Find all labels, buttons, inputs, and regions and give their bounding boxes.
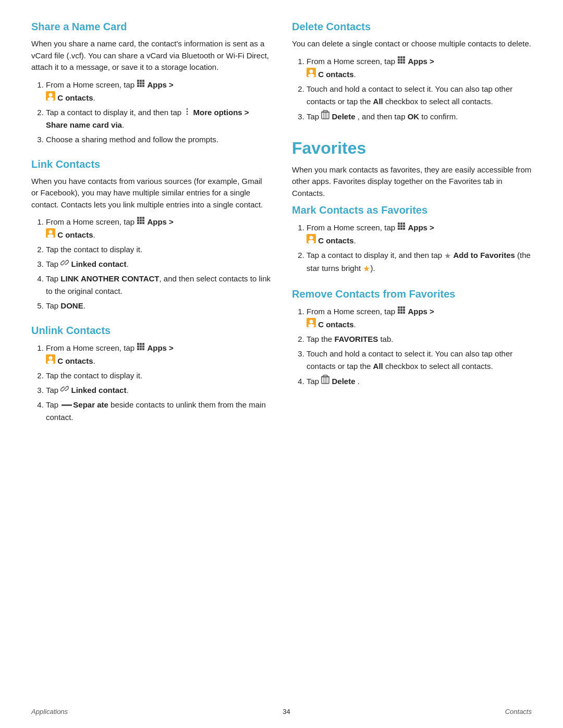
svg-line-27: [64, 262, 66, 264]
share-name-card-section: Share a Name Card When you share a name …: [31, 21, 271, 146]
svg-rect-46: [403, 59, 405, 61]
link-contacts-title: Link Contacts: [31, 158, 271, 170]
right-column: Delete Contacts You can delete a single …: [292, 21, 532, 436]
svg-rect-1: [140, 80, 142, 82]
list-item: Tap the contact to display it.: [46, 243, 271, 256]
svg-rect-61: [403, 223, 405, 225]
list-item: From a Home screen, tap: [46, 216, 271, 241]
svg-rect-78: [400, 312, 402, 314]
apps-icon: [137, 80, 147, 89]
link-contacts-section: Link Contacts When you have contacts fro…: [31, 158, 271, 313]
share-name-card-steps: From a Home screen, tap: [46, 79, 271, 146]
delete-icon: [321, 112, 332, 121]
svg-rect-0: [137, 80, 139, 82]
svg-rect-17: [142, 217, 144, 219]
svg-rect-28: [137, 343, 139, 345]
mark-favorites-steps: From a Home screen, tap: [307, 221, 532, 276]
apps-label: Apps >: [147, 80, 173, 89]
svg-rect-42: [400, 56, 402, 58]
svg-rect-73: [403, 306, 405, 309]
apps-label: Apps >: [408, 307, 434, 316]
remove-favorites-steps: From a Home screen, tap: [307, 305, 532, 388]
link-another-label: LINK ANOTHER CONTACT: [60, 274, 159, 283]
contacts-icon: [307, 320, 318, 329]
delete-label: Delete: [332, 112, 356, 121]
list-item: Tap Linked contact.: [46, 258, 271, 270]
minus-icon: [62, 404, 72, 406]
list-item: Tap the FAVORITES tab.: [307, 333, 532, 346]
svg-point-38: [49, 356, 53, 360]
svg-rect-49: [403, 61, 405, 64]
svg-rect-21: [137, 222, 139, 224]
linked-contact-label: Linked contact: [71, 386, 127, 394]
contacts-label: C ontacts: [318, 70, 353, 79]
svg-rect-45: [400, 59, 402, 61]
contacts-label: C ontacts: [57, 356, 93, 365]
remove-favorites-title: Remove Contacts from Favorites: [292, 288, 532, 300]
svg-rect-20: [142, 219, 144, 221]
more-options-icon: [183, 108, 193, 117]
svg-rect-3: [137, 82, 139, 84]
contacts-icon: [46, 230, 57, 239]
star-filled-icon: ★: [363, 264, 370, 273]
delete-contacts-title: Delete Contacts: [292, 21, 532, 33]
svg-rect-29: [140, 343, 142, 345]
apps-label: Apps >: [147, 217, 173, 226]
delete-icon: [321, 377, 332, 386]
svg-rect-43: [403, 56, 405, 58]
unlink-contacts-steps: From a Home screen, tap: [46, 342, 271, 424]
svg-rect-19: [140, 219, 142, 221]
svg-rect-47: [398, 61, 400, 64]
mark-favorites-title: Mark Contacts as Favorites: [292, 204, 532, 216]
svg-point-12: [187, 108, 188, 109]
list-item: Touch and hold a contact to select it. Y…: [307, 348, 532, 373]
svg-rect-35: [140, 348, 142, 350]
all-label: All: [373, 362, 383, 371]
apps-label: Apps >: [408, 57, 434, 66]
list-item: Tap Linked contact.: [46, 384, 271, 397]
svg-rect-41: [398, 56, 400, 58]
svg-rect-59: [398, 223, 400, 225]
apps-icon: [397, 307, 408, 316]
remove-favorites-section: Remove Contacts from Favorites From a Ho…: [292, 288, 532, 388]
separate-label: Separ ate: [73, 400, 108, 409]
svg-point-81: [310, 319, 313, 323]
share-name-card-intro: When you share a name card, the contact'…: [31, 38, 271, 73]
add-to-favorites-label: Add to Favorites: [454, 251, 515, 260]
svg-point-51: [310, 69, 313, 73]
delete-contacts-section: Delete Contacts You can delete a single …: [292, 21, 532, 123]
svg-point-14: [187, 113, 188, 115]
list-item: Tap DONE.: [46, 300, 271, 312]
list-item: From a Home screen, tap: [46, 342, 271, 367]
list-item: From a Home screen, tap: [307, 305, 532, 331]
svg-rect-16: [140, 217, 142, 219]
svg-rect-4: [140, 82, 142, 84]
svg-rect-60: [400, 223, 402, 225]
svg-rect-65: [398, 228, 400, 230]
favorites-intro: When you mark contacts as favorites, the…: [292, 164, 532, 200]
footer: Applications 34 Contacts: [0, 708, 563, 715]
list-item: Tap Delete , and then tap OK to confirm.: [307, 110, 532, 123]
ok-label: OK: [408, 112, 420, 121]
svg-line-40: [64, 388, 66, 390]
link-icon: [60, 260, 71, 268]
link-icon: [60, 386, 71, 394]
apps-label: Apps >: [147, 343, 173, 352]
svg-rect-77: [398, 312, 400, 314]
svg-rect-33: [142, 346, 144, 348]
svg-rect-72: [400, 306, 402, 309]
svg-rect-76: [403, 309, 405, 311]
favorites-title: Favorites: [292, 139, 532, 158]
favorites-tab-label: FAVORITES: [334, 335, 378, 343]
svg-rect-2: [142, 80, 144, 82]
svg-point-25: [49, 230, 53, 234]
apps-icon: [397, 57, 408, 66]
svg-rect-62: [398, 225, 400, 227]
linked-contact-label: Linked contact: [71, 260, 127, 268]
footer-left: Applications: [31, 708, 68, 715]
svg-rect-7: [140, 85, 142, 87]
svg-rect-15: [137, 217, 139, 219]
page-number: 34: [283, 708, 290, 715]
svg-rect-8: [142, 85, 144, 87]
contacts-icon: [46, 356, 57, 365]
